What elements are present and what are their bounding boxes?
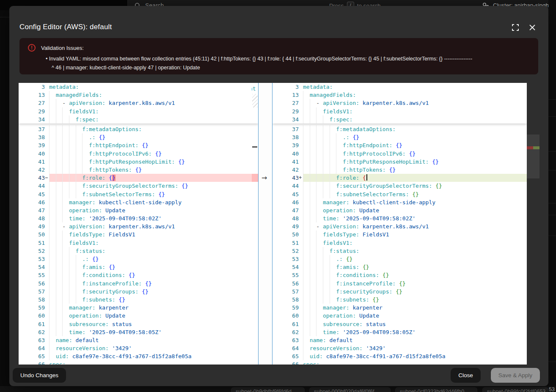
code-line: 59manager: karpenter	[19, 304, 258, 312]
diff-marker	[299, 182, 303, 190]
diff-marker	[45, 304, 49, 312]
code-line: 38.: {}	[19, 133, 258, 141]
diff-modified-pane[interactable]: 3metadata:13managedFields:27- apiVersion…	[272, 83, 527, 365]
code-line: 64resourceVersion: '3429'	[19, 344, 258, 352]
sticky-line: 3metadata:	[272, 83, 527, 91]
code-line: 66spec:	[272, 360, 527, 365]
diff-marker	[45, 107, 49, 115]
sticky-line: 34f:spec:	[272, 115, 527, 123]
line-number: 50	[272, 230, 299, 238]
code-line: 45f:subnetSelectorTerms: {}	[19, 190, 258, 198]
line-number: 45	[272, 190, 299, 198]
line-number: 64	[19, 344, 45, 352]
code-line: 48time: '2025-09-04T09:58:02Z'	[272, 214, 527, 222]
code-line: 46manager: kubectl-client-side-apply	[19, 198, 258, 206]
code-line: 49- apiVersion: karpenter.k8s.aws/v1	[272, 222, 527, 230]
left-scrollbar-track[interactable]: at	[252, 83, 258, 365]
diff-marker	[299, 230, 303, 238]
code-line: 60operation: Update	[19, 312, 258, 320]
line-number: 66	[19, 360, 45, 365]
line-number: 47	[19, 206, 45, 214]
line-number: 13	[272, 91, 299, 99]
line-number: 66	[272, 360, 299, 365]
sticky-line: 27- apiVersion: karpenter.k8s.aws/v1	[272, 99, 527, 107]
diff-marker	[45, 230, 49, 238]
line-number: 46	[19, 198, 45, 206]
code-line: 51fieldsV1:	[272, 239, 527, 247]
save-apply-button[interactable]: Save & Apply	[491, 368, 540, 383]
code-line: 62time: '2025-09-04T09:58:05Z'	[272, 328, 527, 336]
code-line: 47operation: Update	[272, 206, 527, 214]
diff-marker	[299, 312, 303, 320]
diff-marker	[45, 255, 49, 263]
diff-marker	[45, 150, 49, 158]
diff-marker	[45, 222, 49, 230]
overlay-text-fragment: at	[252, 85, 256, 92]
diff-marker	[299, 296, 303, 304]
code-line: 41f:httpPutResponseHopLimit: {}	[272, 158, 527, 166]
revert-arrow-icon[interactable]: →	[261, 174, 267, 182]
fullscreen-button[interactable]	[511, 23, 520, 32]
line-number: 48	[19, 214, 45, 222]
line-number: 42	[272, 166, 299, 174]
subnet-id-chip: subnet-0b9dbfbf9f6fd6d	[231, 387, 305, 392]
diff-marker	[299, 115, 303, 123]
modal-title: Config Editor (AWS): default	[19, 23, 112, 31]
code-line: 37f:metadataOptions:	[19, 125, 258, 133]
diff-marker	[299, 222, 303, 230]
diff-overview-ruler[interactable]	[527, 83, 539, 365]
diff-marker	[45, 214, 49, 222]
line-number: 59	[272, 304, 299, 312]
diff-marker	[299, 320, 303, 328]
diff-marker	[299, 150, 303, 158]
diff-original-pane[interactable]: 3metadata:13managedFields:27- apiVersion…	[19, 83, 258, 365]
line-number: 59	[19, 304, 45, 312]
code-line: 65uid: c8afe97e-38cc-4f91-a767-d15f2a8fe…	[272, 352, 527, 360]
sticky-scroll-right: 3metadata:13managedFields:27- apiVersion…	[272, 83, 527, 123]
line-number: 44	[272, 182, 299, 190]
diff-marker	[299, 91, 303, 99]
line-number: 60	[19, 312, 45, 320]
diff-marker	[299, 125, 303, 133]
code-line: 42f:httpTokens: {}	[19, 166, 258, 174]
line-number: 54	[19, 263, 45, 271]
line-number: 65	[272, 352, 299, 360]
diff-marker	[45, 133, 49, 141]
modal-footer: Undo Changes Close Save & Apply	[9, 365, 548, 386]
line-number: 39	[272, 141, 299, 149]
undo-changes-button[interactable]: Undo Changes	[13, 368, 66, 383]
line-number: 58	[19, 296, 45, 304]
code-line: 59manager: karpenter	[272, 304, 527, 312]
line-number: 37	[272, 125, 299, 133]
code-line: 44f:securityGroupSelectorTerms: {}	[19, 182, 258, 190]
line-number: 38	[19, 133, 45, 141]
line-number: 61	[19, 320, 45, 328]
diff-marker	[299, 336, 303, 344]
line-number: 63	[19, 336, 45, 344]
overview-viewport-slider[interactable]	[527, 134, 539, 178]
code-line: 64resourceVersion: '3429'	[272, 344, 527, 352]
line-number: 53	[19, 255, 45, 263]
code-line: 50fieldsType: FieldsV1	[19, 230, 258, 238]
code-line: 53.: {}	[19, 255, 258, 263]
sticky-line: 29fieldsV1:	[19, 107, 258, 115]
line-number: 39	[19, 141, 45, 149]
line-number: 48	[272, 214, 299, 222]
close-modal-button[interactable]	[528, 23, 537, 32]
diff-gutter-sash[interactable]: →	[258, 83, 272, 365]
code-line: 43−f:role: {}	[19, 174, 258, 182]
line-number: 57	[272, 288, 299, 296]
close-button[interactable]: Close	[451, 368, 481, 383]
diff-marker: −	[45, 174, 49, 182]
diff-marker	[299, 166, 303, 174]
code-line: 53.: {}	[272, 255, 527, 263]
line-number: 38	[272, 133, 299, 141]
sticky-scroll-left: 3metadata:13managedFields:27- apiVersion…	[19, 83, 258, 123]
line-number: 56	[19, 280, 45, 288]
diff-marker	[299, 352, 303, 360]
overview-inserted-mark	[533, 146, 539, 149]
code-line: 37f:metadataOptions:	[272, 125, 527, 133]
line-number: 45	[19, 190, 45, 198]
validation-heading: Validation Issues:	[41, 45, 84, 51]
code-line: 44f:securityGroupSelectorTerms: {}	[272, 182, 527, 190]
